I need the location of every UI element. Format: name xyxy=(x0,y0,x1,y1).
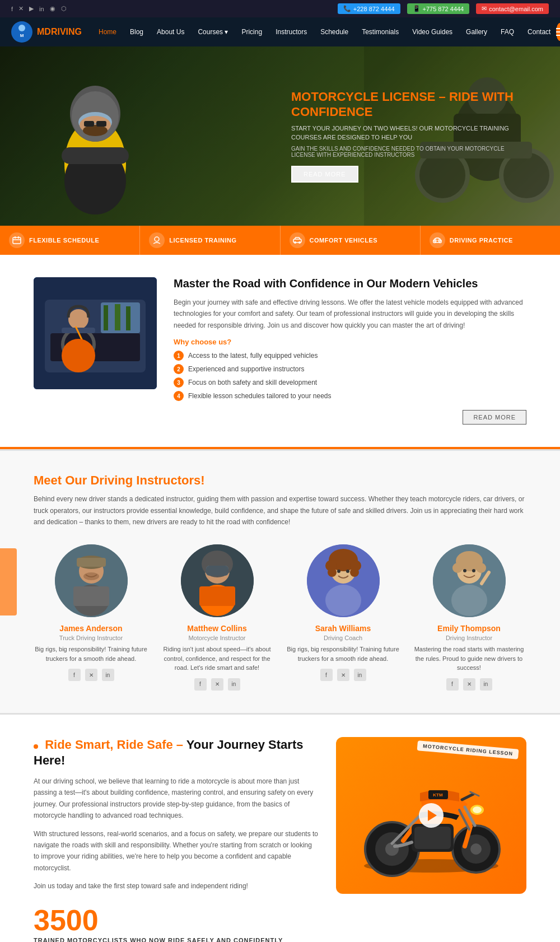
contact-items: 📞 +228 872 4444 📱 +775 872 4444 ✉ contac… xyxy=(338,3,549,14)
instructor-name-matthew: Matthew Collins xyxy=(187,624,247,633)
phone2-number: +775 872 4444 xyxy=(423,6,464,12)
play-button[interactable] xyxy=(419,803,444,828)
nav-faq[interactable]: FAQ xyxy=(495,25,520,39)
emily-linkedin-icon[interactable]: in xyxy=(480,678,492,691)
play-icon xyxy=(428,810,437,821)
svg-point-63 xyxy=(325,585,361,616)
master-section: Master the Road with Confidence in Our M… xyxy=(34,277,526,425)
nav-testimonials[interactable]: Testimonials xyxy=(356,25,404,39)
sarah-facebook-icon[interactable]: f xyxy=(320,669,333,681)
feature-comfort-vehicles: COMFORT VEHICLES xyxy=(281,226,421,255)
check-num-1: 1 xyxy=(174,351,184,361)
logo-icon: M xyxy=(11,21,32,43)
flexible-schedule-icon xyxy=(9,232,25,248)
nav-about[interactable]: About Us xyxy=(151,25,190,39)
svg-point-0 xyxy=(18,25,25,31)
email-icon: ✉ xyxy=(482,5,487,12)
instructor-social-sarah: f ✕ in xyxy=(320,669,366,681)
svg-point-76 xyxy=(476,563,486,573)
ride-desc-1: At our driving school, we believe that l… xyxy=(34,776,319,822)
svg-rect-42 xyxy=(104,305,108,330)
svg-rect-12 xyxy=(96,121,106,127)
youtube-icon[interactable]: ▶ xyxy=(29,5,34,12)
instagram-icon[interactable]: ◉ xyxy=(50,5,55,12)
nav-home[interactable]: Home xyxy=(93,25,122,39)
nav-video-guides[interactable]: Video Guides xyxy=(407,25,458,39)
nav-schedule[interactable]: Schedule xyxy=(315,25,354,39)
logo-text: MDRIVING xyxy=(37,27,82,37)
burger-line1 xyxy=(556,28,560,29)
svg-point-77 xyxy=(463,569,466,572)
navbar: M MDRIVING Home Blog About Us Courses ▾ … xyxy=(0,17,560,46)
nav-courses[interactable]: Courses ▾ xyxy=(192,25,234,39)
master-image xyxy=(34,277,157,389)
hero-rider xyxy=(28,52,162,226)
instructor-social-james: f ✕ in xyxy=(68,669,114,681)
james-linkedin-icon[interactable]: in xyxy=(102,669,114,681)
ride-image-card: MOTORCYCLE RIDING LESSON xyxy=(336,737,526,894)
svg-line-89 xyxy=(462,794,473,800)
instructor-role-james: Truck Driving Instructor xyxy=(59,635,123,641)
james-facebook-icon[interactable]: f xyxy=(68,669,81,681)
matthew-twitter-icon[interactable]: ✕ xyxy=(211,678,223,691)
instructor-card-james: James Anderson Truck Driving Instructor … xyxy=(34,544,148,691)
matthew-linkedin-icon[interactable]: in xyxy=(228,678,240,691)
svg-rect-60 xyxy=(206,566,228,576)
instructor-bio-sarah: Big rigs, big responsibility! Training f… xyxy=(286,645,400,663)
facebook-icon[interactable]: f xyxy=(11,6,13,12)
licensed-training-icon xyxy=(149,232,165,248)
logo[interactable]: M MDRIVING xyxy=(11,21,82,43)
nav-gallery[interactable]: Gallery xyxy=(460,25,493,39)
nav-contact[interactable]: Contact xyxy=(522,25,556,39)
ride-desc-2: With structured lessons, real-world scen… xyxy=(34,828,319,874)
ride-inner: Ride Smart, Ride Safe – Your Journey Sta… xyxy=(34,737,526,942)
instructors-title: Meet Our Driving Instructors! xyxy=(34,473,526,488)
nav-blog[interactable]: Blog xyxy=(124,25,149,39)
emily-facebook-icon[interactable]: f xyxy=(446,678,459,691)
instructor-avatar-emily xyxy=(433,544,506,617)
flexible-schedule-label: FLEXIBLE SCHEDULE xyxy=(29,237,99,244)
instructor-social-emily: f ✕ in xyxy=(446,678,492,691)
instructors-desc: Behind every new driver stands a dedicat… xyxy=(34,493,526,528)
svg-rect-57 xyxy=(199,586,235,606)
feature-flexible-schedule: FLEXIBLE SCHEDULE xyxy=(0,226,140,255)
hero-section: MOTORCYCLE LICENSE – RIDE WITH CONFIDENC… xyxy=(0,46,560,226)
nav-burger-button[interactable] xyxy=(556,23,560,41)
check-num-3: 3 xyxy=(174,377,184,388)
link-icon[interactable]: ⬡ xyxy=(61,5,67,12)
comfort-vehicles-icon xyxy=(290,232,305,248)
svg-point-69 xyxy=(337,570,340,573)
svg-point-75 xyxy=(452,563,463,573)
sarah-linkedin-icon[interactable]: in xyxy=(354,669,366,681)
email-address: contact@email.com xyxy=(489,6,543,12)
svg-point-25 xyxy=(155,237,159,241)
nav-pricing[interactable]: Pricing xyxy=(236,25,268,39)
james-twitter-icon[interactable]: ✕ xyxy=(85,669,97,681)
instructors-section: Meet Our Driving Instructors! Behind eve… xyxy=(0,451,560,713)
twitter-icon[interactable]: ✕ xyxy=(18,5,24,12)
hero-cta-button[interactable]: READ MORE xyxy=(291,166,358,183)
svg-point-70 xyxy=(346,570,349,573)
svg-point-39 xyxy=(68,309,88,329)
phone1-item[interactable]: 📞 +228 872 4444 xyxy=(338,3,400,14)
sarah-twitter-icon[interactable]: ✕ xyxy=(337,669,349,681)
why-choose-label: Why choose us? xyxy=(174,338,526,346)
instructor-role-sarah: Driving Coach xyxy=(324,635,362,641)
phone2-item[interactable]: 📱 +775 872 4444 xyxy=(407,3,470,14)
ride-desc-3: Join us today and take the first step to… xyxy=(34,880,319,892)
svg-point-86 xyxy=(470,843,482,855)
hero-subtitle: START YOUR JOURNEY ON TWO WHEELS! OUR MO… xyxy=(291,124,526,142)
master-title: Master the Road with Confidence in Our M… xyxy=(174,277,526,290)
burger-line3 xyxy=(556,35,560,36)
emily-twitter-icon[interactable]: ✕ xyxy=(463,678,475,691)
check-item-3: 3 Focus on both safety and skill develop… xyxy=(174,377,526,388)
matthew-facebook-icon[interactable]: f xyxy=(194,678,207,691)
instructors-grid: James Anderson Truck Driving Instructor … xyxy=(34,544,526,691)
instructor-name-emily: Emily Thompson xyxy=(437,624,501,633)
driving-practice-icon xyxy=(430,232,445,248)
nav-instructors[interactable]: Instructors xyxy=(270,25,312,39)
email-item[interactable]: ✉ contact@email.com xyxy=(476,3,549,14)
master-read-more-button[interactable]: READ MORE xyxy=(463,410,526,425)
hero-title-text: MOTORCYCLE LICENSE – RIDE WITH xyxy=(291,90,514,104)
linkedin-icon[interactable]: in xyxy=(39,6,44,12)
